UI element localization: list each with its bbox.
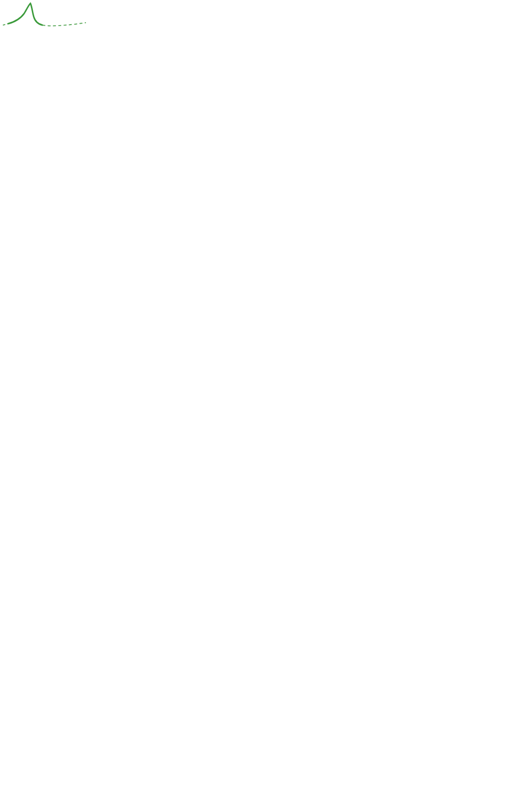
logo-mountain-icon (2, 2, 98, 31)
spectrogram-page (0, 0, 532, 789)
opgc-logo (2, 2, 98, 31)
spectrogram-canvas (0, 0, 532, 789)
